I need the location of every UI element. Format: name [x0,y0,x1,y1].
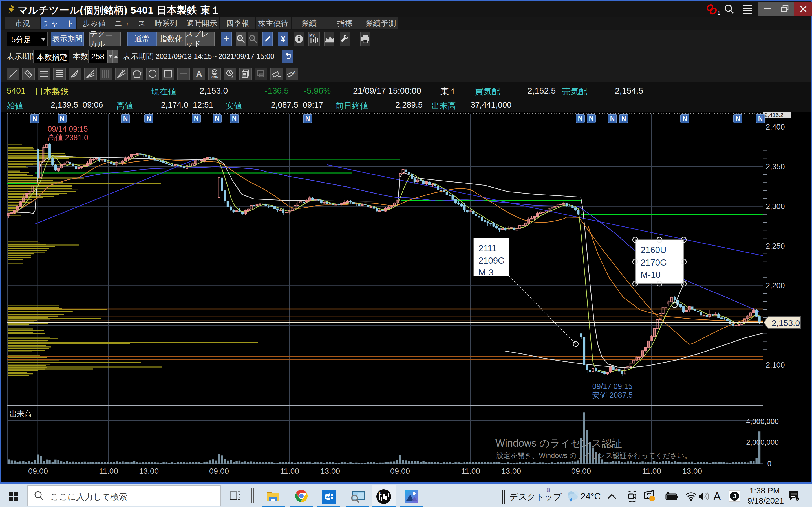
svg-text:09:00: 09:00 [209,467,229,475]
svg-text:09/14 09:15: 09/14 09:15 [48,125,88,133]
svg-text:11:00: 11:00 [642,467,661,475]
svg-text:N: N [610,115,615,122]
svg-text:Windows のライセンス認証: Windows のライセンス認証 [495,438,622,449]
svg-text:2,250: 2,250 [766,242,785,250]
svg-text:N: N [194,115,199,122]
svg-text:11:00: 11:00 [280,467,299,475]
svg-text:13:00: 13:00 [501,467,521,475]
svg-text:R: R [379,491,382,495]
svg-text:N: N [215,115,220,122]
svg-text:J: J [733,493,737,500]
svg-text:設定を開き、Windows のライセンス認証を行ってください: 設定を開き、Windows のライセンス認証を行ってください。 [496,452,691,459]
svg-text:N: N [123,115,128,122]
svg-text:N: N [33,115,37,122]
svg-text:N: N [621,115,626,122]
svg-text:2160U: 2160U [641,245,666,255]
svg-text:09:00: 09:00 [28,467,48,475]
svg-text:N: N [735,115,741,122]
svg-text:11:00: 11:00 [99,467,118,475]
svg-text:09/17 09:15: 09/17 09:15 [592,382,633,391]
svg-text:N: N [147,115,151,122]
svg-text:09:00: 09:00 [390,467,410,475]
svg-text:N: N [578,115,583,122]
svg-text:N: N [589,115,594,122]
svg-text:13:00: 13:00 [139,467,159,475]
svg-text:09:00: 09:00 [571,467,591,475]
svg-text:4,000,000: 4,000,000 [746,417,779,426]
svg-text:M-10: M-10 [641,270,661,280]
svg-text:0: 0 [767,459,771,468]
svg-text:N: N [682,115,688,122]
svg-text:13:00: 13:00 [682,467,702,475]
svg-text:M-3: M-3 [478,268,493,277]
svg-text:2109G: 2109G [478,256,505,266]
svg-text:2,153.0: 2,153.0 [772,318,800,328]
svg-text:12:00: 12:00 [326,496,332,498]
svg-text:高値 2381.0: 高値 2381.0 [48,133,88,142]
svg-text:2,100: 2,100 [766,361,785,369]
svg-text:2,000,000: 2,000,000 [746,438,779,446]
svg-text:2,200: 2,200 [766,281,785,290]
svg-text:2,300: 2,300 [766,202,785,211]
svg-text:2,350: 2,350 [766,163,785,171]
svg-text:2,400: 2,400 [766,123,785,131]
svg-text:11:00: 11:00 [461,467,480,475]
svg-text:N: N [60,115,64,122]
svg-text:N: N [232,115,237,122]
svg-text:出来高: 出来高 [10,409,32,418]
svg-text:13:00: 13:00 [320,467,340,475]
svg-text:2170G: 2170G [641,258,667,268]
svg-text:2111: 2111 [478,243,497,253]
svg-text:2,416.2: 2,416.2 [765,112,783,118]
svg-text:N: N [305,115,310,122]
svg-text:N: N [758,115,763,122]
svg-text:安値 2087.5: 安値 2087.5 [592,391,633,399]
